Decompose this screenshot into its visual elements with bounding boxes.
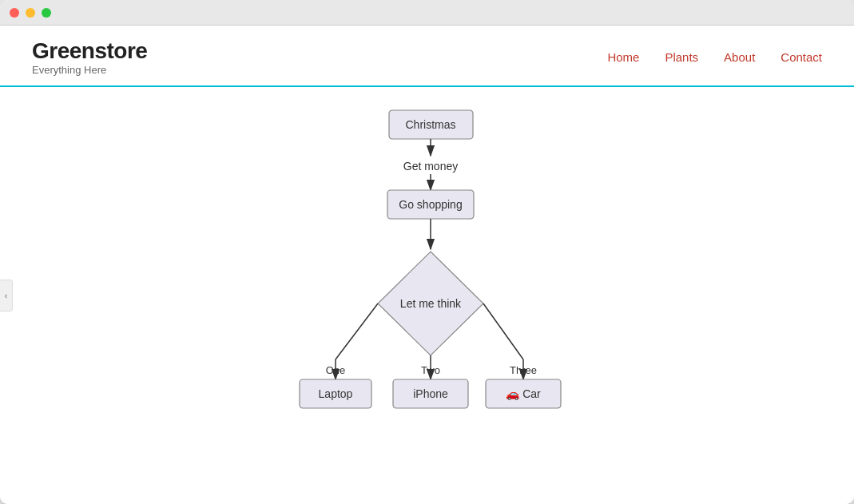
- flowchart-svg: Christmas Get money Go shopping Let me t…: [0, 87, 854, 504]
- get-money-label: Get money: [403, 160, 458, 173]
- christmas-label: Christmas: [405, 118, 455, 131]
- goshopping-label: Go shopping: [399, 198, 462, 211]
- chevron-left-icon: ‹: [5, 292, 7, 300]
- browser-content: Greenstore Everything Here Home Plants A…: [0, 26, 854, 504]
- sidebar-collapse-button[interactable]: ‹: [0, 280, 13, 312]
- nav-plants[interactable]: Plants: [665, 50, 698, 64]
- nav-contact[interactable]: Contact: [781, 50, 822, 64]
- nav-home[interactable]: Home: [607, 50, 639, 64]
- maximize-button[interactable]: [42, 8, 51, 18]
- nav: Home Plants About Contact: [607, 50, 822, 64]
- mac-window: Greenstore Everything Here Home Plants A…: [0, 0, 854, 504]
- three-label: Three: [510, 364, 537, 376]
- title-bar: [0, 0, 854, 26]
- minimize-button[interactable]: [26, 8, 35, 18]
- close-button[interactable]: [10, 8, 19, 18]
- letmethink-label: Let me think: [400, 297, 462, 310]
- one-label: One: [326, 364, 346, 376]
- two-label: Two: [421, 364, 440, 376]
- site-header: Greenstore Everything Here Home Plants A…: [0, 26, 854, 87]
- brand-tagline: Everything Here: [32, 64, 147, 76]
- flowchart-container: ‹ Christmas Get money: [0, 87, 854, 504]
- car-label: 🚗 Car: [506, 387, 541, 401]
- laptop-label: Laptop: [319, 387, 353, 400]
- arrow-letmethink-three: [483, 304, 523, 359]
- arrow-letmethink-one: [336, 304, 378, 359]
- iphone-label: iPhone: [413, 387, 448, 400]
- brand: Greenstore Everything Here: [32, 38, 147, 76]
- nav-about[interactable]: About: [724, 50, 755, 64]
- brand-name: Greenstore: [32, 38, 147, 64]
